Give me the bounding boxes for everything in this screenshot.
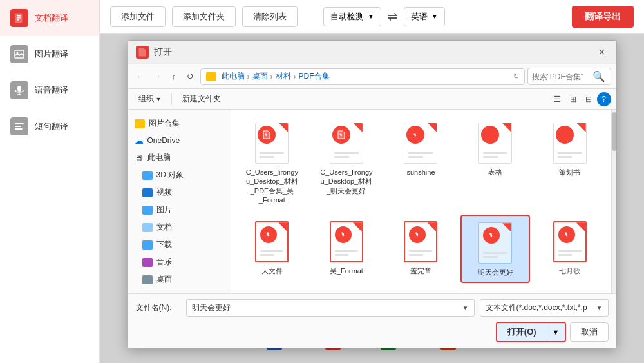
view-details-button[interactable]: ⊞ (566, 92, 580, 106)
nav-3d[interactable]: 3D 对象 (128, 166, 231, 184)
nav-desktop-label: 桌面 (156, 274, 172, 285)
dialog-overlay: 打开 × ← → ↑ ↺ 此电脑 › 桌面 › 材料 › PDF合集 (100, 34, 644, 363)
nav-images-icon (135, 119, 145, 128)
file-icon-mingtian (476, 221, 515, 265)
sidebar-item-voice-translate[interactable]: 语音翻译 (0, 72, 99, 108)
sidebar-item-doc-translate[interactable]: 文档翻译 (0, 0, 99, 36)
filetype-arrow-icon[interactable]: ▼ (596, 304, 603, 311)
file-icon-sunshine (401, 121, 440, 165)
file-item-wu-format[interactable]: 吴_Format (312, 215, 381, 283)
svg-rect-11 (15, 128, 23, 130)
search-input[interactable] (532, 72, 590, 81)
swap-lang-icon[interactable]: ⇌ (388, 10, 397, 24)
nav-images[interactable]: 图片合集 (128, 115, 231, 132)
file-item-2[interactable]: C_Users_lirongyu_Desktop_材料_明天会更好 (312, 116, 381, 210)
nav-desktop-icon (142, 275, 153, 284)
translate-export-button[interactable]: 翻译导出 (572, 6, 634, 28)
nav-computer-label: 此电脑 (147, 152, 171, 163)
nav-music-label: 音乐 (156, 257, 172, 268)
dialog-titlebar: 打开 × (128, 41, 616, 64)
file-open-dialog: 打开 × ← → ↑ ↺ 此电脑 › 桌面 › 材料 › PDF合集 (128, 40, 617, 348)
filetype-label: 文本文件(*.doc,*.docx,*.txt,*.p (486, 302, 594, 313)
back-button[interactable]: ← (133, 70, 147, 84)
path-material[interactable]: 材料 (276, 71, 291, 82)
file-item-dawenjian[interactable]: 大文件 (238, 215, 307, 283)
file-item-sunshine[interactable]: sunshine (386, 116, 456, 210)
file-icon-1 (252, 121, 291, 165)
dialog-nav: 图片合集 ☁ OneDrive 🖥 此电脑 3D 对象 (128, 110, 231, 293)
file-item-mingtian[interactable]: 明天会更好 (460, 215, 530, 283)
img-translate-icon (10, 45, 28, 63)
sidebar: 文档翻译 图片翻译 语音翻译 (0, 0, 100, 363)
forward-button[interactable]: → (150, 70, 164, 84)
nav-images-label: 图片合集 (149, 118, 180, 129)
view-grid-button[interactable]: ⊟ (582, 92, 596, 106)
nav-computer[interactable]: 🖥 此电脑 (128, 149, 231, 166)
refresh-button[interactable]: ↺ (184, 70, 198, 84)
nav-desktop[interactable]: 桌面 (128, 271, 231, 288)
dialog-close-button[interactable]: × (596, 46, 609, 59)
path-pdf[interactable]: PDF合集 (299, 71, 330, 82)
nav-video[interactable]: 视频 (128, 184, 231, 201)
filename-arrow-icon[interactable]: ▼ (462, 304, 469, 311)
nav-onedrive-label: OneDrive (147, 136, 180, 145)
up-button[interactable]: ↑ (167, 70, 181, 84)
nav-video-icon (142, 188, 153, 197)
address-path[interactable]: 此电脑 › 桌面 › 材料 › PDF合集 ↻ (200, 68, 525, 85)
sidebar-label-doc: 文档翻译 (35, 12, 68, 24)
organize-button[interactable]: 组织 ▼ (133, 92, 167, 106)
cancel-button[interactable]: 取消 (570, 322, 609, 342)
target-lang-select[interactable]: 英语 ▼ (404, 7, 445, 26)
file-item-1[interactable]: C_Users_lirongyu_Desktop_材料_PDF合集_吴_Form… (238, 116, 307, 210)
clear-list-button[interactable]: 清除列表 (242, 6, 298, 27)
path-desktop[interactable]: 桌面 (252, 71, 268, 82)
target-lang-label: 英语 (411, 11, 428, 23)
file-item-biaoge[interactable]: 表格 (460, 116, 530, 210)
search-box[interactable]: 🔍 (527, 68, 611, 85)
file-icon-qiyue (551, 220, 589, 264)
file-item-qiyue[interactable]: 七月歌 (535, 215, 605, 283)
dialog-footer: 文件名(N): 明天会更好 ▼ 文本文件(*.doc,*.docx,*.txt,… (128, 293, 616, 348)
filename-input[interactable]: 明天会更好 ▼ (186, 299, 475, 317)
open-button[interactable]: 打开(O) (497, 323, 547, 341)
filename-value: 明天会更好 (192, 302, 462, 313)
nav-download[interactable]: 下载 (128, 236, 231, 253)
new-folder-button[interactable]: 新建文件夹 (177, 92, 226, 106)
nav-images2[interactable]: 图片 (128, 201, 231, 219)
file-label-1: C_Users_lirongyu_Desktop_材料_PDF合集_吴_Form… (246, 168, 298, 204)
new-folder-label: 新建文件夹 (182, 93, 221, 104)
nav-music[interactable]: 音乐 (128, 253, 231, 271)
sidebar-label-img: 图片翻译 (35, 48, 68, 60)
search-icon: 🔍 (592, 70, 605, 83)
files-grid: C_Users_lirongyu_Desktop_材料_PDF合集_吴_Form… (238, 116, 605, 283)
dialog-files: C_Users_lirongyu_Desktop_材料_PDF合集_吴_Form… (231, 110, 611, 293)
help-button[interactable]: ? (597, 92, 611, 106)
file-item-huashu[interactable]: 策划书 (535, 116, 605, 210)
path-computer[interactable]: 此电脑 (222, 71, 245, 82)
pdf-badge-1 (258, 126, 276, 144)
add-file-button[interactable]: 添加文件 (110, 6, 166, 27)
nav-onedrive[interactable]: ☁ OneDrive (128, 132, 231, 149)
scrollbar-thumb[interactable] (612, 112, 616, 151)
sidebar-label-voice: 语音翻译 (35, 84, 68, 96)
file-label-sunshine: sunshine (406, 168, 435, 177)
voice-translate-icon (10, 81, 28, 99)
nav-docs[interactable]: 文档 (128, 219, 231, 236)
svg-rect-9 (15, 123, 24, 124)
dialog-app-icon (136, 46, 149, 59)
file-item-gai[interactable]: 盖完章 (386, 215, 456, 283)
organize-arrow-icon: ▼ (156, 96, 162, 103)
auto-detect-select[interactable]: 自动检测 ▼ (323, 7, 381, 26)
filetype-select[interactable]: 文本文件(*.doc,*.docx,*.txt,*.p ▼ (480, 299, 609, 317)
filename-label: 文件名(N): (136, 302, 181, 313)
view-list-button[interactable]: ☰ (551, 92, 565, 106)
files-scrollbar[interactable] (611, 110, 616, 293)
nav-onedrive-icon: ☁ (135, 135, 144, 146)
nav-music-icon (142, 258, 153, 267)
open-button-container: 打开(O) ▼ (496, 322, 566, 342)
add-folder-button[interactable]: 添加文件夹 (172, 6, 236, 27)
sidebar-item-sentence-translate[interactable]: 短句翻译 (0, 108, 99, 144)
open-button-dropdown[interactable]: ▼ (547, 323, 565, 341)
footer-buttons-row: 打开(O) ▼ 取消 (136, 322, 609, 342)
sidebar-item-img-translate[interactable]: 图片翻译 (0, 36, 99, 72)
